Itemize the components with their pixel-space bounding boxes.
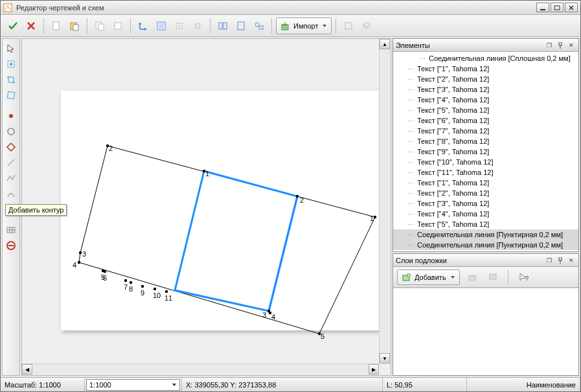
titlebar: Редактор чертежей и схем [1, 1, 580, 15]
svg-text:2: 2 [300, 196, 304, 204]
tree-row[interactable]: ⋯Текст ["9", Tahoma 12] [393, 146, 578, 157]
svg-rect-1 [540, 9, 545, 10]
shapes-button[interactable] [251, 17, 268, 34]
right-column: Элементы ❐ ✕ ⋯Соединительная линия [Спло… [393, 38, 579, 376]
horizontal-scrollbar[interactable]: ◀ ▶ [22, 363, 379, 375]
scroll-down-icon[interactable]: ▼ [380, 353, 390, 363]
svg-text:11: 11 [165, 294, 172, 302]
layer-up-button[interactable] [464, 269, 481, 286]
accept-button[interactable] [5, 17, 21, 34]
new-doc-button[interactable] [48, 17, 65, 34]
cancel-button[interactable] [23, 17, 40, 34]
tooltip-text: Добавить контур [8, 206, 63, 214]
tree-row[interactable]: ⋯Текст ["2", Tahoma 12] [393, 74, 578, 84]
tree-row[interactable]: ⋯Текст ["5", Tahoma 12] [393, 219, 578, 229]
layout-h-button[interactable] [214, 17, 231, 34]
svg-point-31 [9, 114, 13, 118]
list-button[interactable] [153, 17, 170, 34]
import-dropdown[interactable]: Импорт [276, 17, 332, 34]
tree-item-label: Текст ["3", Tahoma 12] [417, 200, 489, 207]
tree-connector-icon: ⋯ [419, 55, 425, 62]
crop-tool[interactable] [4, 73, 18, 87]
layers-list[interactable] [393, 288, 578, 375]
tree-item-label: Текст ["2", Tahoma 12] [417, 189, 489, 197]
tree-row[interactable]: ⋯Текст ["5", Tahoma 12] [393, 105, 578, 115]
panel-undock-icon[interactable]: ❐ [545, 41, 554, 50]
tree-row[interactable]: ⋯Текст ["6", Tahoma 12] [393, 115, 578, 126]
point-tool[interactable] [4, 109, 18, 123]
tree-item-label: Соединительная линия [Пунктирная 0,2 мм] [417, 231, 563, 238]
copy2-button[interactable] [109, 17, 126, 34]
line-tool[interactable] [4, 156, 18, 170]
tree-row[interactable]: ⋯Текст ["3", Tahoma 12] [393, 198, 578, 209]
panel-undock-icon[interactable]: ❐ [545, 256, 554, 265]
grid-dots-button[interactable] [171, 17, 188, 34]
tree-connector-icon: ⋯ [407, 179, 413, 187]
svg-point-20 [197, 25, 198, 27]
svg-point-10 [176, 23, 177, 24]
scroll-left-icon[interactable]: ◀ [22, 364, 32, 375]
scroll-right-icon[interactable]: ▶ [369, 364, 379, 375]
tree-row[interactable]: ⋯Текст ["10", Tahoma 12] [393, 157, 578, 167]
tree-item-label: Текст ["4", Tahoma 12] [417, 210, 489, 218]
svg-rect-8 [115, 23, 121, 29]
import-label: Импорт [293, 22, 318, 30]
tree-row[interactable]: ⋯Текст ["7", Tahoma 12] [393, 126, 578, 136]
polyline-tool[interactable] [4, 171, 18, 185]
panel-close-icon[interactable]: ✕ [567, 256, 576, 265]
tree-row[interactable]: ⋯Текст ["3", Tahoma 12] [393, 84, 578, 95]
scroll-up-icon[interactable]: ▲ [380, 39, 390, 49]
contour-tool[interactable] [4, 140, 18, 154]
tree-item-label: Текст ["7", Tahoma 12] [417, 127, 489, 135]
layer-help-button[interactable]: ? [515, 269, 532, 286]
svg-point-52 [130, 281, 132, 284]
paste-button[interactable] [66, 17, 83, 34]
maximize-button[interactable] [551, 3, 564, 12]
tree-row[interactable]: ⋯Соединительная линия [Сплошная 0,2 мм] [393, 53, 578, 63]
layers-stack-button[interactable] [358, 17, 375, 34]
body: Добавить контур 123455678910111234 ▲ ▼ ◀… [1, 37, 580, 377]
delete-tool[interactable] [4, 238, 18, 253]
table-tool[interactable] [4, 223, 18, 237]
tree-connector-icon: ⋯ [407, 148, 413, 156]
tree-row[interactable]: ⋯Текст ["4", Tahoma 12] [393, 209, 578, 219]
tree-item-label: Текст ["2", Tahoma 12] [417, 75, 489, 83]
add-layer-dropdown[interactable]: Добавить [397, 270, 460, 285]
tree-row[interactable]: ⋯Текст ["2", Tahoma 12] [393, 188, 578, 198]
tree-row[interactable]: ⋯Соединительная линия [Пунктирная 0,2 мм… [393, 240, 578, 250]
status-scale-combo[interactable]: 1:1000 [85, 378, 182, 391]
copy-button[interactable] [91, 17, 108, 34]
elements-tree[interactable]: ⋯Соединительная линия [Сплошная 0,2 мм]⋯… [393, 52, 578, 251]
export-button[interactable] [340, 17, 357, 34]
layer-down-button[interactable] [484, 269, 501, 286]
svg-point-39 [78, 261, 80, 264]
circle-tool[interactable] [4, 124, 18, 139]
arc-tool[interactable] [4, 187, 18, 201]
tree-row[interactable]: ⋯Текст ["8", Tahoma 12] [393, 136, 578, 146]
rotate-crop-tool[interactable] [4, 88, 18, 102]
canvas-area[interactable]: 123455678910111234 ▲ ▼ ◀ ▶ [21, 38, 391, 376]
tree-row[interactable]: ⋯Текст ["11", Tahoma 12] [393, 167, 578, 178]
svg-rect-74 [469, 275, 475, 281]
close-button[interactable] [565, 3, 578, 12]
status-scale-value: 1:1000 [89, 381, 111, 389]
svg-point-56 [154, 288, 156, 290]
panel-pin-icon[interactable] [556, 41, 565, 50]
layout-doc-button[interactable] [233, 17, 249, 34]
snap-button[interactable] [189, 17, 206, 34]
toolbar-separator [336, 18, 336, 34]
pointer-tool[interactable] [4, 41, 18, 56]
panel-close-icon[interactable]: ✕ [567, 41, 576, 50]
tree-row[interactable]: ⋯Соединительная линия [Пунктирная 0,2 мм… [393, 229, 578, 240]
vertical-scrollbar[interactable]: ▲ ▼ [379, 39, 391, 363]
svg-point-29 [10, 63, 12, 65]
tree-item-label: Текст ["9", Tahoma 12] [417, 148, 489, 156]
tree-row[interactable]: ⋯Текст ["1", Tahoma 12] [393, 178, 578, 188]
panel-pin-icon[interactable] [556, 256, 565, 265]
select-rect-tool[interactable] [4, 57, 18, 71]
tree-row[interactable]: ⋯Текст ["1", Tahoma 12] [393, 63, 578, 74]
minimize-button[interactable] [536, 3, 549, 12]
tree-row[interactable]: ⋯Текст ["4", Tahoma 12] [393, 95, 578, 105]
axes-button[interactable] [135, 17, 152, 34]
svg-rect-23 [238, 22, 244, 30]
